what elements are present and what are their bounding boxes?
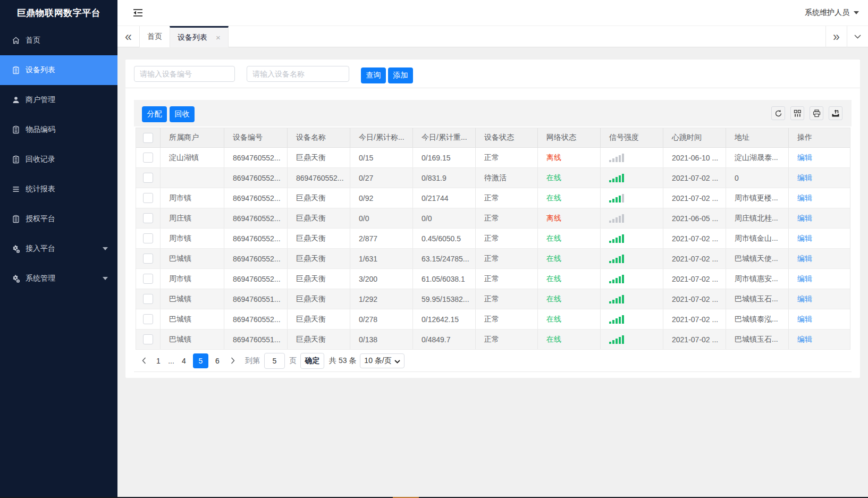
- tabs-menu-button[interactable]: [847, 26, 868, 47]
- device-status-cell: 正常: [475, 330, 537, 349]
- export-button[interactable]: [829, 106, 842, 120]
- row-checkbox[interactable]: [143, 294, 153, 304]
- add-button[interactable]: 添加: [388, 67, 413, 83]
- next-page-button[interactable]: [225, 353, 241, 368]
- device-no-cell: 8694760552...: [224, 208, 287, 228]
- refresh-button[interactable]: [771, 106, 785, 120]
- tabs-scroll-right-button[interactable]: »: [825, 26, 847, 47]
- column-header-6: 网络状态: [537, 128, 600, 147]
- network-status-cell: 在线: [537, 269, 600, 289]
- sidebar-item-2[interactable]: 商户管理: [0, 85, 117, 115]
- edit-link[interactable]: 编辑: [797, 214, 812, 223]
- network-status-badge: 在线: [546, 193, 561, 203]
- sidebar-item-3[interactable]: 物品编码: [0, 115, 117, 145]
- signal-bars-icon: [609, 194, 625, 202]
- sidebar-item-label: 回收记录: [26, 155, 55, 164]
- edit-link[interactable]: 编辑: [797, 335, 812, 344]
- user-dropdown[interactable]: 系统维护人员: [805, 0, 859, 26]
- select-all-checkbox[interactable]: [143, 133, 153, 143]
- table-row-1: 8694760552...8694760552...0/270/831.9待激活…: [136, 168, 850, 188]
- row-checkbox[interactable]: [143, 314, 153, 324]
- device-name-input[interactable]: [247, 66, 349, 82]
- signal-strength-cell: [600, 168, 663, 188]
- prev-page-button[interactable]: [136, 353, 152, 368]
- edit-link[interactable]: 编辑: [797, 153, 812, 163]
- print-icon: [813, 109, 821, 117]
- network-status-cell: 离线: [537, 208, 600, 228]
- columns-button[interactable]: [790, 106, 804, 120]
- sidebar-item-8[interactable]: 系统管理: [0, 264, 117, 293]
- close-icon[interactable]: ×: [216, 33, 221, 41]
- doc-icon: [12, 155, 20, 164]
- page-size-label: 10 条/页: [364, 356, 391, 366]
- caret-down-icon: [103, 277, 108, 280]
- sidebar-item-6[interactable]: 授权平台: [0, 204, 117, 234]
- device-status-cell: 待激活: [475, 168, 537, 188]
- today-weight-cell: 61.05/6038.1: [412, 269, 475, 289]
- edit-link[interactable]: 编辑: [797, 274, 812, 284]
- assign-button[interactable]: 分配: [142, 106, 167, 122]
- row-checkbox-cell: [136, 148, 160, 167]
- page-button-6[interactable]: 6: [214, 353, 221, 368]
- tabs-scroll-left-button[interactable]: «: [117, 26, 139, 47]
- sidebar-item-0[interactable]: 首页: [0, 26, 117, 55]
- search-row: 查询 添加: [125, 60, 860, 88]
- edit-link[interactable]: 编辑: [797, 315, 812, 324]
- print-button[interactable]: [810, 106, 823, 120]
- device-no-cell: 8694760551...: [224, 330, 287, 349]
- table-row-0: 淀山湖镇8694760552...巨鼎天衡0/150/169.15正常离线202…: [136, 148, 850, 168]
- sidebar-item-5[interactable]: 统计报表: [0, 174, 117, 204]
- signal-strength-cell: [600, 188, 663, 208]
- row-checkbox[interactable]: [143, 193, 153, 203]
- row-checkbox-cell: [136, 309, 160, 329]
- today-weight-cell: 0/12642.15: [412, 309, 475, 329]
- goto-page-input[interactable]: [264, 353, 285, 369]
- row-checkbox[interactable]: [143, 233, 153, 243]
- page-size-select[interactable]: 10 条/页: [360, 353, 404, 368]
- sidebar-item-7[interactable]: 接入平台: [0, 234, 117, 264]
- sidebar-item-4[interactable]: 回收记录: [0, 145, 117, 174]
- page-button-4[interactable]: 4: [180, 353, 188, 368]
- column-header-4: 今日/累计重...: [412, 128, 475, 147]
- device-no-input[interactable]: [134, 66, 235, 82]
- row-checkbox[interactable]: [143, 153, 153, 163]
- device-name-cell: 巨鼎天衡: [287, 289, 350, 309]
- query-button[interactable]: 查询: [361, 67, 386, 83]
- device-status-cell: 正常: [475, 269, 537, 289]
- edit-link[interactable]: 编辑: [797, 234, 812, 243]
- sidebar-item-1[interactable]: 设备列表: [0, 55, 117, 85]
- menu-fold-icon[interactable]: [133, 9, 143, 17]
- column-header-7: 信号强度: [600, 128, 663, 147]
- tab-1[interactable]: 设备列表×: [170, 26, 229, 47]
- network-status-cell: 在线: [537, 330, 600, 349]
- device-name-cell: 巨鼎天衡: [287, 208, 350, 228]
- sidebar-item-label: 授权平台: [26, 214, 55, 224]
- today-weight-cell: 0/831.9: [412, 168, 475, 188]
- row-checkbox[interactable]: [143, 274, 153, 284]
- row-checkbox[interactable]: [143, 213, 153, 223]
- row-checkbox[interactable]: [143, 173, 153, 183]
- tab-0[interactable]: 首页: [139, 26, 170, 47]
- device-no-cell: 8694760552...: [224, 249, 287, 268]
- signal-strength-cell: [600, 330, 663, 349]
- recycle-button[interactable]: 回收: [170, 106, 195, 122]
- device-table: 所属商户设备编号设备名称今日/累计称...今日/累计重...设备状态网络状态信号…: [136, 128, 850, 350]
- row-checkbox-cell: [136, 168, 160, 188]
- page-button-5[interactable]: 5: [193, 353, 208, 368]
- confirm-page-button[interactable]: 确定: [300, 353, 324, 369]
- doc-icon: [12, 125, 20, 134]
- edit-link[interactable]: 编辑: [797, 193, 812, 203]
- chevron-down-icon: [392, 357, 400, 365]
- action-cell: 编辑: [788, 289, 851, 309]
- edit-link[interactable]: 编辑: [797, 294, 812, 304]
- network-status-cell: 离线: [537, 148, 600, 167]
- page-button-1[interactable]: 1: [155, 353, 162, 368]
- row-checkbox-cell: [136, 269, 160, 289]
- edit-link[interactable]: 编辑: [797, 254, 812, 264]
- edit-link[interactable]: 编辑: [797, 173, 812, 183]
- signal-strength-cell: [600, 309, 663, 329]
- today-count-cell: 1/631: [350, 249, 412, 268]
- row-checkbox[interactable]: [143, 334, 153, 344]
- today-count-cell: 3/200: [350, 269, 412, 289]
- row-checkbox[interactable]: [143, 254, 153, 264]
